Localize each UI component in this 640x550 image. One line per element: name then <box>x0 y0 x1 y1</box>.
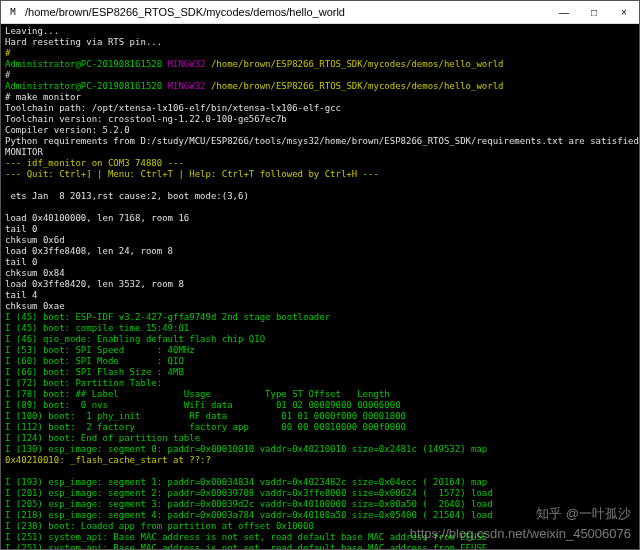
window: M /home/brown/ESP8266_RTOS_SDK/mycodes/d… <box>0 0 640 550</box>
line: Hard resetting via RTS pin... <box>5 37 635 48</box>
line: tail 0 <box>5 257 635 268</box>
msys-icon: M <box>5 4 21 20</box>
line: load 0x3ffe8408, len 24, room 8 <box>5 246 635 257</box>
line: tail 4 <box>5 290 635 301</box>
line: I (46) qio_mode: Enabling default flash … <box>5 334 635 345</box>
line: MONITOR <box>5 147 635 158</box>
line: I (100) boot: 1 phy_init RF data 01 01 0… <box>5 411 635 422</box>
terminal[interactable]: Leaving... Hard resetting via RTS pin...… <box>1 24 639 549</box>
env: MINGW32 <box>168 81 211 91</box>
line: I (124) boot: End of partition table <box>5 433 635 444</box>
line: I (130) esp_image: segment 0: paddr=0x00… <box>5 444 635 455</box>
prompt-line: Administrator@PC-201908161520 MINGW32 /h… <box>5 59 635 70</box>
path: /home/brown/ESP8266_RTOS_SDK/mycodes/dem… <box>211 81 504 91</box>
line: ets Jan 8 2013,rst cause:2, boot mode:(3… <box>5 191 635 202</box>
line: chksum 0x6d <box>5 235 635 246</box>
titlebar[interactable]: M /home/brown/ESP8266_RTOS_SDK/mycodes/d… <box>1 1 639 24</box>
line: --- Quit: Ctrl+] | Menu: Ctrl+T | Help: … <box>5 169 635 180</box>
blank <box>5 180 635 191</box>
title: /home/brown/ESP8266_RTOS_SDK/mycodes/dem… <box>25 6 549 18</box>
line: I (89) boot: 0 nvs WiFi data 01 02 00009… <box>5 400 635 411</box>
line: I (201) esp_image: segment 2: paddr=0x00… <box>5 488 635 499</box>
line: Python requirements from D:/study/MCU/ES… <box>5 136 635 147</box>
line: --- idf_monitor on COM3 74880 --- <box>5 158 635 169</box>
watermark: 知乎 @一叶孤沙 <box>536 505 631 523</box>
line: Toolchain version: crosstool-ng-1.22.0-1… <box>5 114 635 125</box>
window-controls: — □ × <box>549 1 639 23</box>
line: I (251) system_api: Base MAC address is … <box>5 543 635 549</box>
line: # <box>5 48 635 59</box>
line: chksum 0x84 <box>5 268 635 279</box>
line: Leaving... <box>5 26 635 37</box>
line: load 0x40100000, len 7168, room 16 <box>5 213 635 224</box>
line: I (72) boot: Partition Table: <box>5 378 635 389</box>
path: /home/brown/ESP8266_RTOS_SDK/mycodes/dem… <box>211 59 504 69</box>
line: # make monitor <box>5 92 635 103</box>
line: I (66) boot: SPI Flash Size : 4MB <box>5 367 635 378</box>
line: Toolchain path: /opt/xtensa-lx106-elf/bi… <box>5 103 635 114</box>
maximize-button[interactable]: □ <box>579 1 609 23</box>
line: # <box>5 70 635 81</box>
env: MINGW32 <box>168 59 211 69</box>
line: tail 0 <box>5 224 635 235</box>
line: I (78) boot: ## Label Usage Type ST Offs… <box>5 389 635 400</box>
minimize-button[interactable]: — <box>549 1 579 23</box>
line: Compiler version: 5.2.0 <box>5 125 635 136</box>
line: I (53) boot: SPI Speed : 40MHz <box>5 345 635 356</box>
line: 0x40210010: _flash_cache_start at ??:? <box>5 455 635 466</box>
line: I (60) boot: SPI Mode : QIO <box>5 356 635 367</box>
line: I (45) boot: compile time 15:49:01 <box>5 323 635 334</box>
line: I (45) boot: ESP-IDF v3.2-427-gffa9749d … <box>5 312 635 323</box>
user: Administrator@PC-201908161520 <box>5 81 168 91</box>
prompt-line: Administrator@PC-201908161520 MINGW32 /h… <box>5 81 635 92</box>
line: I (112) boot: 2 factory factory app 00 0… <box>5 422 635 433</box>
blank <box>5 202 635 213</box>
user: Administrator@PC-201908161520 <box>5 59 168 69</box>
blank <box>5 466 635 477</box>
line: I (193) esp_image: segment 1: paddr=0x00… <box>5 477 635 488</box>
line: chksum 0xae <box>5 301 635 312</box>
close-button[interactable]: × <box>609 1 639 23</box>
line: load 0x3ffe8420, len 3532, room 8 <box>5 279 635 290</box>
watermark: https://blog.csdn.net/weixin_45006076 <box>410 526 631 541</box>
